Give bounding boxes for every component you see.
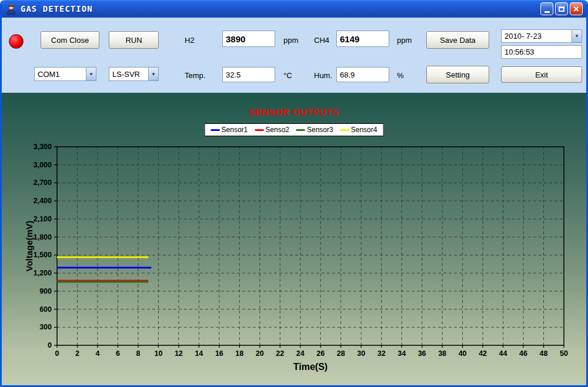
minimize-icon [544,11,550,13]
axis-tick-label: 18 [235,349,243,358]
titlebar-buttons: ✕ [540,2,583,15]
ch4-value-field[interactable]: 6149 [336,31,389,47]
axis-tick-label: 2,700 [34,179,52,187]
axis-tick-label: 900 [39,287,52,295]
maximize-icon [559,6,564,12]
chart-panel: SENSOR OUTPUTS Sensor1Senso2Sensor3Senso… [2,93,586,385]
com-close-button[interactable]: Com Close [41,31,99,49]
titlebar[interactable]: GAS DETECTION ✕ [2,0,586,18]
axis-tick-label: 1,200 [34,269,52,277]
run-button[interactable]: RUN [109,31,159,49]
axis-tick-label: 22 [276,349,284,358]
model-value: LS-SVR [109,70,148,79]
app-icon [5,3,17,15]
chevron-down-icon[interactable]: ▼ [572,30,582,42]
exit-button[interactable]: Exit [501,66,582,83]
axis-tick-label: 42 [479,349,487,358]
ch4-unit-label: ppm [397,36,412,45]
axis-tick-label: 24 [296,349,305,358]
axis-tick-label: 44 [499,349,507,358]
model-dropdown[interactable]: LS-SVR ▼ [109,67,159,81]
hum-label: Hum. [314,71,332,80]
temp-unit-label: °C [283,71,292,80]
temp-value-field[interactable]: 32.5 [222,67,275,82]
chevron-down-icon[interactable]: ▼ [148,68,158,80]
axis-tick-label: 600 [39,305,52,314]
axis-tick-label: Time(S) [293,362,328,372]
axis-tick-label: 6 [116,349,120,358]
axis-tick-label: 3,300 [34,143,52,151]
axis-tick-label: 28 [337,349,345,358]
axis-tick-label: 300 [39,323,52,331]
axis-tick-label: 1,800 [34,233,52,241]
axis-tick-label: 2 [75,349,79,358]
axis-tick-label: 1,500 [34,251,52,259]
save-data-button[interactable]: Save Data [426,31,489,49]
axis-tick-label: 40 [459,349,467,358]
axis-tick-label: 3,000 [34,161,52,169]
maximize-button[interactable] [555,2,568,15]
axis-tick-label: 16 [215,349,223,358]
axis-tick-label: 12 [175,349,183,358]
axis-tick-label: 30 [357,349,365,358]
axis-tick-label: 36 [418,349,426,358]
close-button[interactable]: ✕ [570,2,583,15]
hum-value-field[interactable]: 68.9 [336,67,389,82]
axis-tick-label: 38 [438,349,446,358]
sensor-output-plot: 0246810121416182022242628303234363840424… [2,93,586,385]
axis-tick-label: 0 [48,341,52,349]
ch4-label: CH4 [314,36,329,45]
axis-tick-label: 26 [316,349,325,358]
axis-tick-label: 2,100 [34,215,52,223]
setting-button[interactable]: Setting [426,66,489,83]
plot-border [57,147,564,345]
axis-tick-label: 8 [136,349,140,358]
minimize-button[interactable] [540,2,553,15]
axis-tick-label: 0 [55,349,59,358]
window-title: GAS DETECTION [21,4,540,14]
axis-tick-label: 10 [154,349,162,358]
h2-value-field[interactable]: 3890 [222,31,275,47]
hum-unit-label: % [397,71,404,80]
date-value: 2010- 7-23 [502,32,572,41]
axis-tick-label: 32 [377,349,386,358]
axis-tick-label: 48 [540,349,548,358]
time-field: 10:56:53 [501,45,582,59]
temp-label: Temp. [185,71,205,80]
axis-tick-label: 34 [397,349,406,358]
axis-tick-label: 46 [519,349,527,358]
axis-tick-label: 14 [195,349,203,358]
control-panel: Com Close RUN H2 3890 ppm CH4 6149 ppm S… [2,18,586,93]
axis-tick-label: 50 [560,349,568,358]
com-port-dropdown[interactable]: COM1 ▼ [34,67,96,81]
app-window: GAS DETECTION ✕ Com Close RUN H2 3890 pp… [0,0,588,387]
com-port-value: COM1 [35,70,86,79]
axis-tick-label: 4 [95,349,99,358]
axis-tick-label: 20 [256,349,264,358]
y-axis-title: Voltage(mV) [24,221,34,271]
axis-tick-label: 2,400 [34,197,52,205]
chevron-down-icon[interactable]: ▼ [86,68,96,80]
h2-unit-label: ppm [283,36,298,45]
date-dropdown[interactable]: 2010- 7-23 ▼ [501,29,582,43]
status-led-indicator [9,34,24,49]
h2-label: H2 [185,36,195,45]
